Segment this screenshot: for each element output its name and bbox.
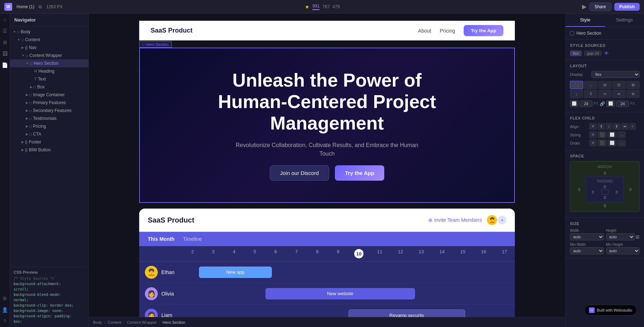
share-button[interactable]: Share — [589, 3, 611, 11]
home-label[interactable]: Home (1) — [16, 4, 34, 9]
padding-left-input[interactable] — [589, 190, 597, 194]
padding-bottom-input[interactable] — [601, 195, 609, 200]
chevron-biw: ▶ — [21, 148, 24, 152]
tab-style[interactable]: Style — [566, 14, 605, 27]
canvas-about-link[interactable]: About — [418, 28, 431, 34]
components-icon[interactable]: ⊞ — [3, 39, 7, 45]
breadcrumb-body[interactable]: Body — [93, 320, 102, 324]
tree-body[interactable]: ▼ □ Body — [10, 28, 88, 36]
built-badge[interactable]: W Built with Webstudio — [584, 305, 637, 316]
settings-icon[interactable]: ⚙ — [3, 296, 7, 301]
align-stretch-chip[interactable]: ⬌ — [621, 123, 629, 130]
align-col-start[interactable]: ⬛ — [570, 81, 583, 89]
align-center-v[interactable]: ⇕ — [584, 90, 597, 98]
tree-cta[interactable]: ▶ □ CTA — [10, 130, 88, 138]
publish-button[interactable]: Publish — [614, 3, 640, 11]
tree-testimonials[interactable]: ▶ □ Testimonials — [10, 114, 88, 122]
cta-icon: □ — [29, 132, 31, 136]
tree-nav[interactable]: ▶ {} Nav — [10, 44, 88, 52]
tree-footer[interactable]: ▶ {} Footer — [10, 138, 88, 146]
coord-y[interactable]: 767 — [322, 4, 330, 9]
coord-z[interactable]: 479 — [332, 4, 340, 9]
tree-text[interactable]: T Text — [10, 75, 88, 83]
align-justify-end[interactable]: ⊠ — [626, 81, 640, 89]
tab-timeline[interactable]: Timeline — [183, 236, 202, 242]
min-width-select[interactable]: auto px — [570, 247, 604, 254]
discord-button[interactable]: Join our Discord — [270, 165, 329, 181]
px-left-icon[interactable]: ⬜ — [570, 100, 579, 107]
tree-box[interactable]: ▶ □ Box — [10, 83, 88, 91]
hero-checkbox[interactable] — [570, 31, 574, 35]
margin-bottom-input[interactable] — [600, 204, 610, 208]
help-icon[interactable]: ? — [4, 318, 6, 324]
padding-right-input[interactable] — [613, 190, 621, 194]
align-bottom-chip[interactable]: ⬇ — [613, 123, 620, 130]
sizing-more-chip[interactable]: … — [618, 131, 626, 138]
padding-top-input[interactable] — [601, 185, 609, 189]
layers-icon[interactable]: ☰ — [3, 28, 7, 34]
breadcrumb-hero-section[interactable]: Hero Section — [162, 320, 185, 324]
margin-left-input[interactable] — [574, 187, 585, 192]
align-end[interactable]: ⊕ — [626, 90, 640, 98]
px-right-icon[interactable]: ⬜ — [606, 100, 615, 107]
order-h-chip[interactable]: ⬛ — [597, 140, 607, 146]
tree-hero-section[interactable]: ▼ □ Hero Section — [10, 59, 88, 67]
align-plus-chip[interactable]: + — [629, 123, 636, 130]
sizing-x-chip[interactable]: ✕ — [589, 131, 597, 138]
tree-content[interactable]: ▼ □ Content — [10, 36, 88, 44]
play-icon[interactable]: ▶ — [582, 3, 586, 10]
px-left-input[interactable] — [580, 101, 592, 107]
tree-secondary-features[interactable]: ▶ □ Secondary Features — [10, 107, 88, 114]
sizing-w-chip[interactable]: ⬜ — [608, 131, 617, 138]
order-x-chip[interactable]: ✕ — [589, 140, 597, 146]
tree-pricing[interactable]: ▶ □ Pricing — [10, 122, 88, 130]
margin-top-input[interactable] — [600, 171, 610, 175]
copy-icon[interactable]: ⧉ — [39, 4, 42, 9]
min-height-select[interactable]: auto px — [606, 247, 640, 254]
user-icon[interactable]: 👤 — [2, 307, 8, 313]
order-w-chip[interactable]: ⬜ — [608, 140, 617, 146]
invite-button[interactable]: ⊕ Invite Team Members — [428, 217, 482, 223]
tree-heading[interactable]: H Heading — [10, 67, 88, 75]
avatar-dropdown[interactable]: ▾ — [498, 216, 506, 224]
sizing-h-chip[interactable]: ⬛ — [597, 131, 607, 138]
canvas-pricing-link[interactable]: Pricing — [440, 28, 455, 34]
align-cols[interactable]: ⊞ — [598, 81, 611, 89]
tab-settings[interactable]: Settings — [605, 14, 644, 27]
align-mid-chip[interactable]: ↕ — [606, 123, 612, 130]
align-space-around[interactable]: ⇎ — [612, 90, 625, 98]
tree-biw-button[interactable]: ▶ {} BIW Button — [10, 146, 88, 154]
liam-task: Revamp security — [348, 309, 465, 317]
align-top-chip[interactable]: ⬆ — [597, 123, 605, 130]
link-icon[interactable]: 🔗 — [600, 101, 605, 106]
home-sidebar-icon[interactable]: ⌂ — [3, 16, 6, 22]
display-select[interactable]: flex block grid — [591, 71, 640, 78]
tree-image-container[interactable]: ▶ □ Image Container — [10, 91, 88, 99]
align-space-between[interactable]: ⇔ — [598, 90, 611, 98]
breadcrumb-content-wrapper[interactable]: Content Wrapper — [127, 320, 157, 324]
coord-x[interactable]: 991 — [312, 4, 319, 10]
align-justify-center[interactable]: ⊟ — [612, 81, 625, 89]
source-gap-tag[interactable]: gap-24 — [584, 50, 602, 56]
height-toggle-icon[interactable]: ⊞ — [635, 234, 640, 240]
assets-icon[interactable]: 🖼 — [3, 51, 8, 57]
align-down[interactable]: ↓ — [584, 81, 597, 89]
pages-icon[interactable]: 📄 — [2, 62, 8, 68]
eye-icon[interactable]: 👁 — [604, 50, 609, 56]
star-icon[interactable]: ★ — [305, 4, 309, 10]
margin-right-input[interactable] — [625, 187, 636, 192]
tree-primary-features[interactable]: ▶ □ Primary Features — [10, 99, 88, 107]
source-flex-tag[interactable]: flex — [570, 50, 582, 56]
px-right-input[interactable] — [616, 101, 629, 107]
align-x-chip[interactable]: ✕ — [589, 123, 597, 130]
canvas-nav-cta[interactable]: Try the App — [464, 25, 503, 36]
breadcrumb-content[interactable]: Content — [108, 320, 122, 324]
tree-content-wrapper[interactable]: ▼ □ Content Wrapper — [10, 52, 88, 59]
width-select[interactable]: auto px % — [570, 233, 604, 240]
align-stretch-v[interactable]: ↕ — [570, 90, 583, 98]
order-more-chip[interactable]: … — [618, 140, 626, 146]
height-select[interactable]: auto px — [606, 233, 635, 240]
try-button[interactable]: Try the App — [335, 165, 384, 181]
tab-this-month[interactable]: This Month — [148, 236, 175, 242]
chevron-hero: ▼ — [26, 62, 29, 65]
